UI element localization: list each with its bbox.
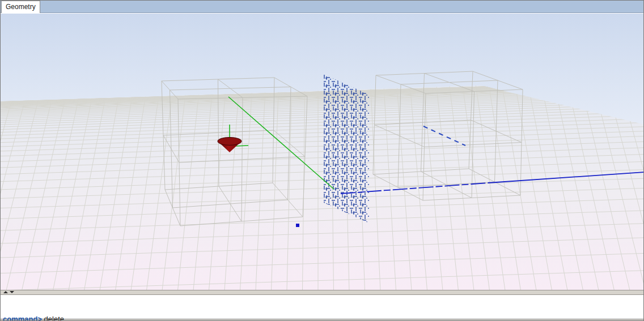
tab-geometry[interactable]: Geometry [1,1,40,13]
splitter-down-arrow-icon[interactable] [10,291,14,293]
command-text: delete [42,315,64,321]
command-console[interactable]: command> delete command> [1,295,643,319]
wire-green-horizontal[interactable] [236,145,248,146]
tab-bar: Geometry [1,1,643,13]
splitter-up-arrow-icon[interactable] [3,291,8,293]
viewport-3d[interactable] [1,13,643,290]
app-window: Geometry command> delete command> [0,0,644,321]
command-prompt: command> [3,315,42,321]
viewport-svg[interactable] [1,14,644,290]
splitter[interactable] [1,290,643,295]
vertex-point[interactable] [296,224,299,227]
meshed-plate[interactable] [324,74,369,223]
